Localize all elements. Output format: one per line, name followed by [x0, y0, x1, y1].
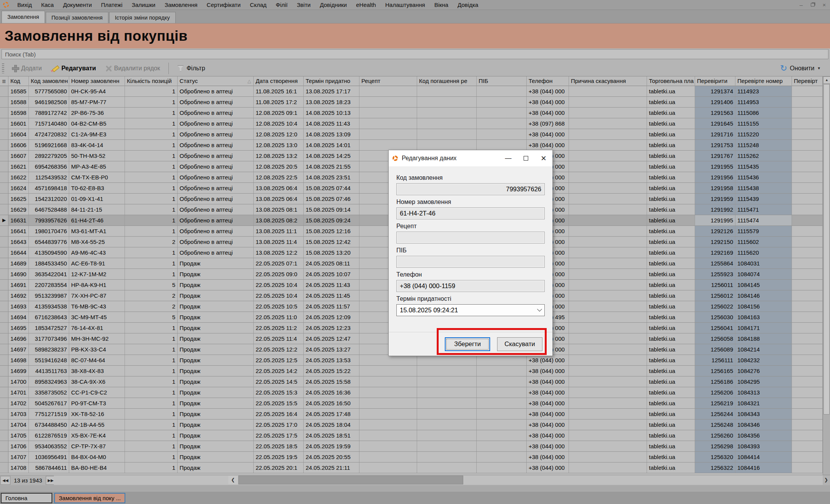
cell-qty[interactable]: 1	[125, 151, 178, 161]
cell-redeem[interactable]	[417, 430, 477, 441]
cell-qty[interactable]: 1	[125, 452, 178, 462]
cell-status[interactable]: Оброблено в аптеці	[178, 183, 254, 193]
table-row[interactable]: 1469855194162488C-07-M4-641Продаж22.05.2…	[0, 355, 823, 366]
cell-qty[interactable]: 1	[125, 194, 178, 204]
cell-reason[interactable]	[569, 290, 647, 301]
cell-reason[interactable]	[569, 237, 647, 247]
cell-status[interactable]: Продаж	[178, 463, 254, 473]
cell-reason[interactable]	[569, 118, 647, 129]
cell-order_num[interactable]: 76-14-4X-81	[69, 323, 125, 333]
cell-qty[interactable]: 1	[125, 183, 178, 193]
cell-name[interactable]	[477, 108, 527, 118]
cell-order_code[interactable]: 7889172742	[29, 108, 69, 118]
cell-check1[interactable]: 1292126	[695, 226, 735, 236]
cell-code[interactable]: 16588	[8, 97, 29, 107]
cell-reason[interactable]	[569, 333, 647, 344]
cell-qty[interactable]: 2	[125, 237, 178, 247]
cell-platform[interactable]: tabletki.ua	[647, 140, 695, 150]
cell-name[interactable]	[477, 86, 527, 96]
cell-platform[interactable]: tabletki.ua	[647, 419, 695, 430]
menu-item-9[interactable]: Звіти	[292, 0, 315, 10]
cell-order_code[interactable]: 6716238643	[29, 312, 69, 322]
cell-order_code[interactable]: 6122876519	[29, 430, 69, 441]
cell-qty[interactable]: 1	[125, 463, 178, 473]
column-header-check1[interactable]: Перевірити	[695, 76, 735, 86]
column-header-order_num[interactable]: Номер замовленн	[69, 76, 125, 86]
cell-phone[interactable]: +38 (044) 000	[527, 140, 569, 150]
cell-check2[interactable]: 1115471	[735, 204, 792, 215]
cell-status[interactable]: Продаж	[178, 258, 254, 269]
edit-button[interactable]: Редагувати	[47, 62, 101, 75]
cell-status[interactable]: Продаж	[178, 290, 254, 301]
cell-order_num[interactable]: M8-X4-55-25	[69, 237, 125, 247]
cell-_ind[interactable]	[0, 323, 8, 333]
table-row[interactable]: 16588946198250885-M7-PM-771Оброблено в а…	[0, 97, 823, 108]
cell-status[interactable]: Оброблено в аптеці	[178, 172, 254, 182]
menu-item-3[interactable]: Платежі	[96, 0, 127, 10]
cell-code[interactable]: 16601	[8, 118, 29, 129]
cell-order_num[interactable]: 85-M7-PM-77	[69, 97, 125, 107]
cell-order_code[interactable]: 4413511763	[29, 366, 69, 376]
column-header-check2[interactable]: Перевірте номер	[735, 76, 792, 86]
cell-check1[interactable]: 1256206	[695, 387, 735, 398]
cell-check1[interactable]: 1256058	[695, 333, 735, 344]
cell-platform[interactable]: tabletki.ua	[647, 97, 695, 107]
cell-check1[interactable]: 1256248	[695, 419, 735, 430]
close-button[interactable]: ×	[818, 1, 830, 9]
filter-button[interactable]: Фільтр	[173, 62, 210, 75]
cell-check1[interactable]: 1256260	[695, 430, 735, 441]
cell-created[interactable]: 12.08.2025 10:4	[254, 118, 304, 129]
cell-order_code[interactable]: 6954268356	[29, 161, 69, 172]
cell-name[interactable]	[477, 97, 527, 107]
cell-created[interactable]: 22.05.2025 15:3	[254, 387, 304, 398]
cell-name[interactable]	[477, 118, 527, 129]
cell-_ind[interactable]	[0, 430, 8, 441]
cell-qty[interactable]: 1	[125, 387, 178, 398]
cell-order_num[interactable]: 04-B2-CM-B5	[69, 118, 125, 129]
sort-asc-icon[interactable]: △	[248, 76, 251, 86]
cell-check1[interactable]: 1256244	[695, 409, 735, 419]
field-name[interactable]	[396, 256, 545, 268]
cell-check3[interactable]	[792, 452, 823, 462]
cell-platform[interactable]: tabletki.ua	[647, 333, 695, 344]
cell-status[interactable]: Оброблено в аптеці	[178, 151, 254, 161]
cell-check2[interactable]: 1115155	[735, 118, 792, 129]
restore-button[interactable]	[807, 1, 818, 9]
cell-created[interactable]: 22.05.2025 15:5	[254, 398, 304, 408]
cell-recipe[interactable]	[359, 387, 417, 398]
cell-_ind[interactable]	[0, 86, 8, 96]
cell-platform[interactable]: tabletki.ua	[647, 172, 695, 182]
table-row[interactable]: 14699441351176338-X8-4X-831Продаж22.05.2…	[0, 366, 823, 376]
refresh-button[interactable]: ↻ Оновити ▾	[775, 62, 825, 75]
cell-created[interactable]: 22.05.2025 11:0	[254, 312, 304, 322]
cell-_ind[interactable]	[0, 237, 8, 247]
cell-code[interactable]: 14705	[8, 430, 29, 441]
cell-check3[interactable]	[792, 172, 823, 182]
cell-order_num[interactable]: 3C-M9-MT-45	[69, 312, 125, 322]
cell-check3[interactable]	[792, 387, 823, 398]
cell-platform[interactable]: tabletki.ua	[647, 323, 695, 333]
cell-code[interactable]: 16625	[8, 194, 29, 204]
cell-redeem[interactable]	[417, 409, 477, 419]
cell-check1[interactable]: 1291645	[695, 118, 735, 129]
dialog-minimize-button[interactable]: —	[499, 150, 517, 166]
cell-expires[interactable]: 15.08.2025 12:16	[304, 226, 359, 236]
cell-status[interactable]: Продаж	[178, 387, 254, 398]
cell-created[interactable]: 12.08.2025 20:5	[254, 161, 304, 172]
cell-qty[interactable]: 1	[125, 215, 178, 225]
cell-recipe[interactable]	[359, 86, 417, 96]
cell-qty[interactable]: 1	[125, 172, 178, 182]
cell-order_code[interactable]: 7751271519	[29, 409, 69, 419]
cell-phone[interactable]: +38 (044) 000	[527, 409, 569, 419]
cell-check2[interactable]: 1084295	[735, 376, 792, 387]
cell-reason[interactable]	[569, 140, 647, 150]
field-recipe[interactable]	[396, 232, 545, 244]
cell-created[interactable]: 22.05.2025 14:2	[254, 366, 304, 376]
cell-check3[interactable]	[792, 194, 823, 204]
cell-platform[interactable]: tabletki.ua	[647, 118, 695, 129]
cell-qty[interactable]: 1	[125, 118, 178, 129]
cell-code[interactable]: 14695	[8, 323, 29, 333]
column-header-name[interactable]: ПІБ	[477, 76, 527, 86]
vertical-scrollbar-thumb[interactable]	[823, 84, 830, 414]
cell-phone[interactable]: +38 (044) 000	[527, 398, 569, 408]
